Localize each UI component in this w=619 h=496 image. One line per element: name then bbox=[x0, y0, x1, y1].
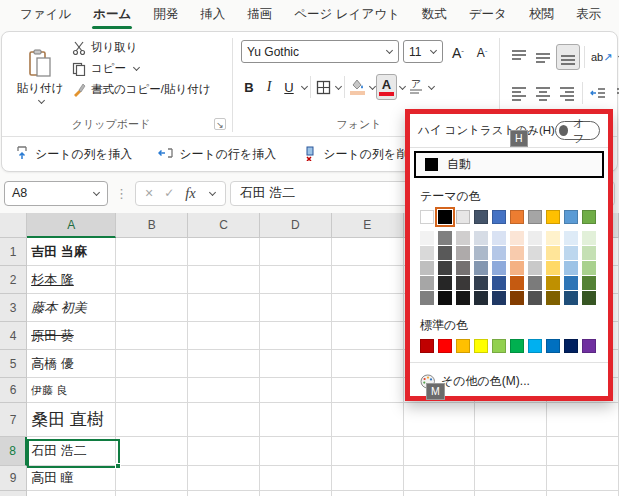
theme-variant-swatch-r3c9[interactable] bbox=[564, 261, 578, 275]
standard-color-swatch-8[interactable] bbox=[546, 339, 560, 353]
increase-indent-button[interactable] bbox=[611, 80, 619, 106]
theme-variant-swatch-r3c5[interactable] bbox=[492, 261, 506, 275]
theme-variant-swatch-r4c4[interactable] bbox=[474, 276, 488, 290]
align-middle-button[interactable] bbox=[532, 44, 554, 70]
cell-H9[interactable] bbox=[547, 466, 619, 491]
cell-B10[interactable] bbox=[116, 491, 188, 496]
cell-C1[interactable] bbox=[188, 238, 260, 266]
theme-variant-swatch-r3c10[interactable] bbox=[582, 261, 596, 275]
cell-A1[interactable]: 吉田 当麻 bbox=[27, 238, 116, 266]
tab-ファイル[interactable]: ファイル bbox=[10, 0, 81, 31]
theme-variant-swatch-r5c4[interactable] bbox=[474, 291, 488, 305]
automatic-color-item[interactable]: 自動 bbox=[414, 151, 604, 178]
theme-color-swatch-10[interactable] bbox=[582, 210, 596, 224]
cell-G10[interactable] bbox=[475, 491, 547, 496]
standard-color-swatch-6[interactable] bbox=[510, 339, 524, 353]
cell-D1[interactable] bbox=[260, 238, 332, 266]
cell-H7[interactable] bbox=[547, 403, 619, 437]
theme-variant-swatch-r2c6[interactable] bbox=[510, 246, 524, 260]
theme-variant-swatch-r1c3[interactable] bbox=[456, 231, 470, 245]
cancel-icon[interactable]: × bbox=[145, 185, 153, 201]
theme-color-swatch-3[interactable] bbox=[456, 210, 470, 224]
theme-variant-swatch-r2c9[interactable] bbox=[564, 246, 578, 260]
cell-E6[interactable] bbox=[332, 378, 404, 403]
cell-C6[interactable] bbox=[188, 378, 260, 403]
theme-variant-swatch-r4c2[interactable] bbox=[438, 276, 452, 290]
copy-button[interactable]: コピー bbox=[72, 61, 211, 76]
theme-variant-swatch-r4c3[interactable] bbox=[456, 276, 470, 290]
theme-variant-swatch-r2c1[interactable] bbox=[420, 246, 434, 260]
cell-E7[interactable] bbox=[332, 403, 404, 437]
standard-color-swatch-10[interactable] bbox=[582, 339, 596, 353]
cell-D10[interactable] bbox=[260, 491, 332, 496]
theme-color-swatch-8[interactable] bbox=[546, 210, 560, 224]
cell-C10[interactable] bbox=[188, 491, 260, 496]
theme-color-swatch-6[interactable] bbox=[510, 210, 524, 224]
toolbar-item-2[interactable]: シートの行を挿入 bbox=[158, 146, 276, 164]
theme-color-swatch-4[interactable] bbox=[474, 210, 488, 224]
cell-B7[interactable] bbox=[116, 403, 188, 437]
theme-variant-swatch-r4c9[interactable] bbox=[564, 276, 578, 290]
grow-font-button[interactable]: Aˆ bbox=[448, 40, 468, 66]
chevron-down-icon[interactable] bbox=[369, 82, 376, 89]
cell-A2[interactable]: 杉本 隆 bbox=[27, 266, 116, 294]
enter-icon[interactable]: ✓ bbox=[164, 186, 174, 200]
theme-variant-swatch-r5c8[interactable] bbox=[546, 291, 560, 305]
theme-variant-swatch-r2c3[interactable] bbox=[456, 246, 470, 260]
standard-color-swatch-5[interactable] bbox=[492, 339, 506, 353]
cell-C8[interactable] bbox=[188, 437, 260, 466]
cell-G8[interactable] bbox=[475, 437, 547, 466]
tab-データ[interactable]: データ bbox=[459, 0, 517, 31]
cell-A7[interactable]: 桑田 直樹 bbox=[27, 403, 116, 437]
cell-G7[interactable] bbox=[475, 403, 547, 437]
row-header-6[interactable]: 6 bbox=[0, 378, 27, 403]
theme-variant-swatch-r5c9[interactable] bbox=[564, 291, 578, 305]
column-header-C[interactable]: C bbox=[188, 213, 260, 238]
row-header-8[interactable]: 8 bbox=[0, 437, 27, 466]
cell-D8[interactable] bbox=[260, 437, 332, 466]
theme-variant-swatch-r4c7[interactable] bbox=[528, 276, 542, 290]
theme-variant-swatch-r4c1[interactable] bbox=[420, 276, 434, 290]
theme-variant-swatch-r5c10[interactable] bbox=[582, 291, 596, 305]
theme-color-swatch-5[interactable] bbox=[492, 210, 506, 224]
theme-variant-swatch-r4c6[interactable] bbox=[510, 276, 524, 290]
fill-handle[interactable] bbox=[115, 463, 121, 469]
cell-H10[interactable] bbox=[547, 491, 619, 496]
theme-variant-swatch-r2c8[interactable] bbox=[546, 246, 560, 260]
theme-variant-swatch-r5c2[interactable] bbox=[438, 291, 452, 305]
theme-variant-swatch-r5c7[interactable] bbox=[528, 291, 542, 305]
phonetic-guide-button[interactable]: ア bbox=[406, 74, 426, 100]
theme-variant-swatch-r5c1[interactable] bbox=[420, 291, 434, 305]
theme-variant-swatch-r5c3[interactable] bbox=[456, 291, 470, 305]
cell-C2[interactable] bbox=[188, 266, 260, 294]
row-header-9[interactable]: 9 bbox=[0, 466, 27, 491]
select-all-corner[interactable] bbox=[0, 213, 27, 238]
theme-variant-swatch-r5c5[interactable] bbox=[492, 291, 506, 305]
cell-A4[interactable]: 原田 葵 bbox=[27, 322, 116, 350]
theme-variant-swatch-r2c5[interactable] bbox=[492, 246, 506, 260]
theme-variant-swatch-r1c9[interactable] bbox=[564, 231, 578, 245]
cut-button[interactable]: 切り取り bbox=[72, 40, 211, 55]
cell-B9[interactable] bbox=[116, 466, 188, 491]
theme-variant-swatch-r1c4[interactable] bbox=[474, 231, 488, 245]
standard-color-swatch-7[interactable] bbox=[528, 339, 542, 353]
cell-E9[interactable] bbox=[332, 466, 404, 491]
standard-color-swatch-4[interactable] bbox=[474, 339, 488, 353]
cell-A6[interactable]: 伊藤 良 bbox=[27, 378, 116, 403]
theme-variant-swatch-r3c8[interactable] bbox=[546, 261, 560, 275]
align-center-button[interactable] bbox=[532, 80, 554, 106]
cell-A9[interactable]: 高田 瞳 bbox=[27, 466, 116, 491]
cell-D3[interactable] bbox=[260, 294, 332, 322]
cell-E5[interactable] bbox=[332, 350, 404, 378]
cell-F8[interactable] bbox=[404, 437, 476, 466]
cell-D4[interactable] bbox=[260, 322, 332, 350]
tab-ホーム[interactable]: ホーム bbox=[83, 0, 141, 31]
align-right-button[interactable] bbox=[556, 80, 578, 106]
theme-variant-swatch-r1c8[interactable] bbox=[546, 231, 560, 245]
row-header-5[interactable]: 5 bbox=[0, 350, 27, 378]
chevron-down-icon[interactable] bbox=[209, 188, 216, 195]
theme-variant-swatch-r3c2[interactable] bbox=[438, 261, 452, 275]
chevron-down-icon[interactable] bbox=[428, 82, 435, 89]
cell-F10[interactable] bbox=[404, 491, 476, 496]
row-header-10[interactable]: 10 bbox=[0, 491, 27, 496]
